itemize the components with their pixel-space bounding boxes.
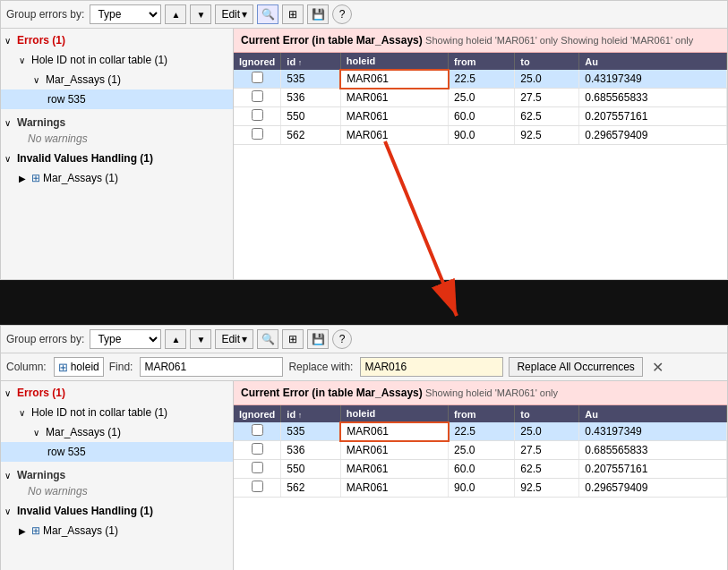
divider [0,280,728,325]
table-row[interactable]: 550MAR06160.062.50.207557161 [234,460,727,479]
row-au-cell: 0.43197349 [579,422,727,441]
table-row[interactable]: 535MAR06122.525.00.43197349 [234,70,727,89]
column-label: Column: [6,361,47,373]
tree-row-535[interactable]: row 535 [1,89,233,109]
row-id-cell: 550 [281,460,340,479]
column-selector[interactable]: ⊞ holeid [54,357,104,377]
bottom-tree-mar-assays[interactable]: ∨ Mar_Assays (1) [1,422,233,442]
bottom-errors-label: Errors (1) [17,387,65,399]
row-ignored-cell [234,89,281,107]
table-row[interactable]: 550MAR06160.062.50.207557161 [234,107,727,126]
bottom-columns-btn[interactable]: ⊞ [282,329,304,349]
ignored-checkbox[interactable] [252,443,263,455]
no-warnings: No warnings [1,132,233,145]
tree-hole-id[interactable]: ∨ Hole ID not in collar table (1) [1,50,233,70]
down-btn[interactable]: ▼ [190,4,211,24]
bottom-tree-row-535[interactable]: row 535 [1,442,233,462]
find-input[interactable] [140,357,283,377]
tree-invalid-sub[interactable]: ▶ ⊞ Mar_Assays (1) [1,168,233,188]
replace-input[interactable] [360,357,503,377]
replace-label: Replace with: [288,361,353,373]
row-holeid-cell: MAR061 [340,460,448,479]
bottom-group-by-select[interactable]: Type [90,329,161,349]
search-btn[interactable]: 🔍 [257,4,278,24]
bottom-toolbar: Group errors by: Type ▲ ▼ Edit ▾ 🔍 ⊞ 💾 ? [1,326,727,353]
bottom-mar-assays-label: Mar_Assays (1) [46,426,121,438]
hole-id-label: Hole ID not in collar table (1) [31,54,167,66]
row-holeid-cell: MAR061 [340,479,448,498]
group-by-select[interactable]: Type [90,4,161,24]
tree-mar-assays[interactable]: ∨ Mar_Assays (1) [1,70,233,89]
bottom-col-id[interactable]: id [281,405,340,422]
table-row[interactable]: 562MAR06190.092.50.296579409 [234,126,727,145]
row-to-cell: 62.5 [515,107,579,126]
bottom-edit-btn[interactable]: Edit ▾ [215,329,253,349]
row-label: row 535 [47,93,86,106]
save-btn[interactable]: 💾 [307,4,329,24]
ignored-checkbox[interactable] [252,109,263,121]
up-btn[interactable]: ▲ [165,4,186,24]
bottom-group-by-label: Group errors by: [6,333,84,345]
ignored-checkbox[interactable] [252,128,263,140]
close-find-replace-btn[interactable]: ✕ [648,359,667,376]
col-from: from [449,53,515,70]
row-id-cell: 535 [281,422,340,441]
column-selector-value: holeid [71,361,99,373]
tree-warnings[interactable]: ∨ Warnings [1,113,233,132]
bottom-tree-hole-id[interactable]: ∨ Hole ID not in collar table (1) [1,403,233,422]
row-to-cell: 27.5 [515,89,579,107]
bottom-tree-errors[interactable]: ∨ Errors (1) [1,383,233,403]
ignored-checkbox[interactable] [252,462,263,473]
table-row[interactable]: 536MAR06125.027.50.685565833 [234,441,727,460]
ignored-checkbox[interactable] [252,90,263,102]
row-ignored-cell [234,479,281,498]
top-section: Group errors by: Type ▲ ▼ Edit ▾ 🔍 ⊞ 💾 ? [0,0,728,280]
top-left-panel: ∨ Errors (1) ∨ Hole ID not in collar tab… [1,29,234,279]
bottom-tree-warnings[interactable]: ∨ Warnings [1,465,233,485]
tree-errors[interactable]: ∨ Errors (1) [1,30,233,50]
row-from-cell: 90.0 [449,126,515,145]
bottom-error-header: Current Error (in table Mar_Assays) Show… [234,381,727,405]
row-au-cell: 0.43197349 [579,70,727,89]
bottom-right-panel: Current Error (in table Mar_Assays) Show… [234,381,727,570]
bottom-help-btn[interactable]: ? [332,329,352,349]
col-au: Au [579,53,727,70]
top-error-header: Current Error (in table Mar_Assays) Show… [234,29,727,53]
table-row[interactable]: 535MAR06122.525.00.43197349 [234,422,727,441]
bottom-tree-invalid[interactable]: ∨ Invalid Values Handling (1) [1,501,233,521]
row-au-cell: 0.207557161 [579,107,727,126]
top-error-title: Current Error (in table Mar_Assays) [241,34,423,47]
group-by-label: Group errors by: [6,8,84,21]
bottom-col-ignored: Ignored [234,405,281,422]
top-error-sub: Showing holeid 'MAR061' only [425,35,558,46]
col-id[interactable]: id [281,53,340,70]
bottom-down-btn[interactable]: ▼ [190,329,211,349]
bottom-main-content: ∨ Errors (1) ∨ Hole ID not in collar tab… [1,381,727,570]
top-main-content: ∨ Errors (1) ∨ Hole ID not in collar tab… [1,29,727,279]
row-ignored-cell [234,422,281,441]
bottom-tree-invalid-sub[interactable]: ▶ ⊞ Mar_Assays (1) [1,521,233,540]
bottom-invalid-icon: ⊞ [31,524,40,537]
mar-assays-label: Mar_Assays (1) [46,73,121,86]
top-toolbar: Group errors by: Type ▲ ▼ Edit ▾ 🔍 ⊞ 💾 ? [1,1,727,29]
bottom-up-btn[interactable]: ▲ [165,329,186,349]
row-ignored-cell [234,460,281,479]
edit-btn[interactable]: Edit ▾ [215,4,253,24]
row-from-cell: 60.0 [449,107,515,126]
row-au-cell: 0.207557161 [579,460,727,479]
replace-all-btn[interactable]: Replace All Occurrences [509,357,642,377]
ignored-checkbox[interactable] [252,72,263,83]
columns-btn[interactable]: ⊞ [282,4,304,24]
tree-invalid[interactable]: ∨ Invalid Values Handling (1) [1,149,233,168]
invalid-sub-label: Mar_Assays (1) [43,172,118,184]
table-row[interactable]: 562MAR06190.092.50.296579409 [234,479,727,498]
ignored-checkbox[interactable] [252,424,263,436]
help-btn[interactable]: ? [332,4,352,24]
ignored-checkbox[interactable] [252,481,263,492]
bottom-search-btn[interactable]: 🔍 [257,329,278,349]
bottom-save-btn[interactable]: 💾 [307,329,329,349]
find-label: Find: [109,361,133,373]
column-selector-icon: ⊞ [58,361,68,374]
bottom-left-panel: ∨ Errors (1) ∨ Hole ID not in collar tab… [1,381,234,570]
table-row[interactable]: 536MAR06125.027.50.685565833 [234,89,727,107]
